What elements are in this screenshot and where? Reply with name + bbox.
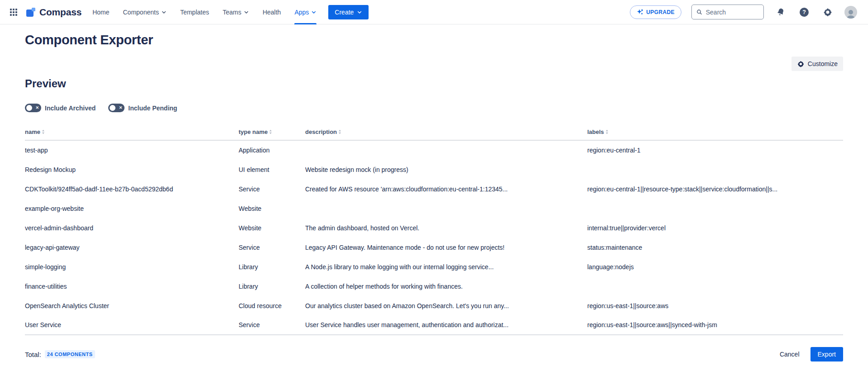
toggle-include-archived[interactable]: ✕ Include Archived — [25, 104, 96, 112]
grid-icon — [10, 9, 17, 16]
table-row[interactable]: vercel-admin-dashboardWebsiteThe admin d… — [25, 218, 843, 238]
customize-button[interactable]: Customize — [791, 57, 843, 71]
cell-name: OpenSearch Analytics Cluster — [25, 296, 239, 315]
cell-name: User Service — [25, 315, 239, 335]
chevron-down-icon — [244, 10, 249, 15]
question-circle-icon: ? — [799, 7, 810, 18]
cell-name: simple-logging — [25, 257, 239, 276]
create-button[interactable]: Create — [328, 5, 369, 19]
app-switcher-button[interactable] — [6, 5, 21, 19]
column-header-label: labels — [587, 128, 604, 135]
components-table: name type name description labels test-a… — [25, 126, 843, 335]
sort-icon — [338, 129, 341, 134]
cell-type: Website — [239, 218, 305, 238]
nav-item-templates[interactable]: Templates — [180, 0, 209, 24]
nav-item-apps[interactable]: Apps — [294, 0, 317, 24]
toggle-switch[interactable]: ✕ — [25, 104, 41, 112]
cell-labels: region:us-east-1||source:aws||synced-wit… — [587, 315, 843, 335]
column-header-name[interactable]: name — [25, 126, 239, 140]
nav-item-components[interactable]: Components — [123, 0, 167, 24]
cancel-button[interactable]: Cancel — [774, 347, 805, 361]
customize-button-label: Customize — [808, 60, 838, 67]
search-icon — [696, 9, 702, 15]
nav-item-home[interactable]: Home — [92, 0, 109, 24]
main-content: Component Exporter Customize Preview ✕ I… — [0, 24, 868, 361]
cell-description: The admin dashboard, hosted on Vercel. — [305, 218, 587, 238]
cell-description: User Service handles user management, au… — [305, 315, 587, 335]
compass-logo-icon — [25, 7, 36, 18]
toggle-include-pending[interactable]: ✕ Include Pending — [108, 104, 177, 112]
gear-icon — [797, 60, 805, 68]
table-row[interactable]: CDKToolkit/924ff5a0-dadf-11ee-b27b-0acd5… — [25, 179, 843, 199]
nav-item-health[interactable]: Health — [263, 0, 281, 24]
cell-labels: region:us-east-1||source:aws — [587, 296, 843, 315]
column-header-label: description — [305, 128, 337, 135]
cell-name: example-org-website — [25, 199, 239, 218]
upgrade-button-label: UPGRADE — [646, 9, 675, 15]
search-box[interactable] — [691, 5, 764, 19]
cell-labels: language:nodejs — [587, 257, 843, 276]
nav-item-label: Templates — [180, 9, 209, 16]
table-row[interactable]: simple-loggingLibraryA Node.js library t… — [25, 257, 843, 276]
search-input[interactable] — [706, 9, 759, 16]
toggle-label: Include Pending — [128, 105, 177, 112]
compass-logo[interactable]: Compass — [25, 7, 82, 18]
cell-labels: region:eu-central-1||resource-type:stack… — [587, 179, 843, 199]
export-button[interactable]: Export — [810, 347, 843, 361]
toggle-switch[interactable]: ✕ — [108, 104, 125, 112]
total-label: Total: — [25, 351, 41, 358]
nav-item-label: Apps — [294, 9, 309, 16]
cell-labels: internal:true||provider:vercel — [587, 218, 843, 238]
cell-description: A Node.js library to make logging with o… — [305, 257, 587, 276]
table-row[interactable]: User ServiceServiceUser Service handles … — [25, 315, 843, 335]
footer-actions: Cancel Export — [774, 347, 843, 361]
cell-description: Website redesign mock (in progress) — [305, 160, 587, 179]
column-header-labels[interactable]: labels — [587, 126, 843, 140]
table-row[interactable]: example-org-websiteWebsite — [25, 199, 843, 218]
chevron-down-icon — [161, 10, 167, 15]
chevron-down-icon — [311, 10, 317, 15]
cell-labels — [587, 199, 843, 218]
column-header-description[interactable]: description — [305, 126, 587, 140]
cell-type: Service — [239, 179, 305, 199]
cell-type: Library — [239, 276, 305, 296]
cell-name: CDKToolkit/924ff5a0-dadf-11ee-b27b-0acd5… — [25, 179, 239, 199]
cell-description — [305, 140, 587, 160]
cell-type: Website — [239, 199, 305, 218]
column-header-type-name[interactable]: type name — [239, 126, 305, 140]
toggles-row: ✕ Include Archived ✕ Include Pending — [25, 104, 843, 112]
notifications-button[interactable] — [774, 5, 787, 19]
cell-type: Cloud resource — [239, 296, 305, 315]
gear-icon — [823, 7, 833, 17]
preview-title: Preview — [25, 77, 843, 90]
cell-description: Our analytics cluster based on Amazon Op… — [305, 296, 587, 315]
cell-labels — [587, 276, 843, 296]
cell-labels — [587, 160, 843, 179]
person-icon — [845, 9, 856, 19]
user-avatar[interactable] — [844, 6, 857, 19]
table-row[interactable]: Redesign MockupUI elementWebsite redesig… — [25, 160, 843, 179]
customize-row: Customize — [25, 57, 843, 71]
table-row[interactable]: legacy-api-gatewayServiceLegacy API Gate… — [25, 238, 843, 257]
sort-icon — [42, 129, 45, 134]
create-button-label: Create — [335, 9, 354, 16]
help-button[interactable]: ? — [797, 5, 811, 19]
svg-text:?: ? — [802, 9, 806, 15]
table-row[interactable]: finance-utilitiesLibraryA collection of … — [25, 276, 843, 296]
cell-type: Service — [239, 238, 305, 257]
cell-name: test-app — [25, 140, 239, 160]
table-row[interactable]: test-appApplicationregion:eu-central-1 — [25, 140, 843, 160]
cell-labels: status:maintenance — [587, 238, 843, 257]
settings-button[interactable] — [821, 5, 834, 19]
table-row[interactable]: OpenSearch Analytics ClusterCloud resour… — [25, 296, 843, 315]
cell-type: Service — [239, 315, 305, 335]
table-footer: Total: 24 COMPONENTS Cancel Export — [25, 347, 843, 361]
nav-item-teams[interactable]: Teams — [223, 0, 249, 24]
cell-type: Library — [239, 257, 305, 276]
nav-items: HomeComponentsTemplatesTeamsHealthApps — [92, 0, 317, 24]
cell-name: legacy-api-gateway — [25, 238, 239, 257]
cell-description: A collection of helper methods for worki… — [305, 276, 587, 296]
bell-icon — [776, 7, 786, 17]
column-header-label: name — [25, 128, 40, 135]
upgrade-button[interactable]: UPGRADE — [630, 5, 681, 19]
